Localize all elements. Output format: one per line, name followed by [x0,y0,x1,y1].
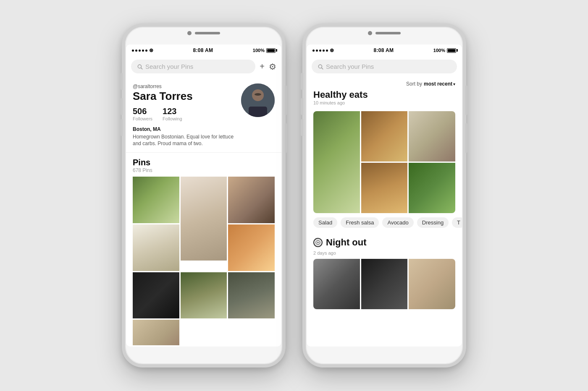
sort-chevron-icon[interactable]: ▾ [453,82,455,86]
board-name-night: Night out [326,237,367,248]
tags-row: Salad Fresh salsa Avocado Dressing T [307,213,462,232]
board-name-healthy: Healthy eats [313,89,455,100]
status-left: ⊛ [132,47,153,53]
search-input-left[interactable]: Search your Pins [131,60,255,73]
battery-icon-left [266,48,276,53]
mosaic-tacos-top[interactable] [361,111,408,162]
following-count: 123 [163,107,182,116]
pin-cell-1[interactable] [133,177,179,223]
right-camera-area [368,31,401,35]
left-screen: ⊛ 8:08 AM 100% Search your Pins + ⚙ [126,44,281,347]
pins-grid [133,177,275,345]
board-mosaic-night [313,259,455,309]
battery-icon-right [447,48,456,53]
display-name: Sara Torres [133,90,241,102]
signal-dots-right [312,50,328,52]
avatar-image [241,83,275,117]
board-icon-night [313,238,323,247]
tag-dressing[interactable]: Dressing [417,217,449,228]
right-screen: ⊛ 8:08 AM 100% Search your Pins [307,44,462,347]
search-icon-left [137,64,143,70]
mosaic-main-salad[interactable] [313,111,360,213]
followers-count: 506 [133,107,152,116]
followers-stat: 506 Followers [133,107,152,121]
board-header-night: Night out [307,235,462,250]
status-left-right: ⊛ [312,47,334,53]
signal-dots [132,50,147,52]
tag-fresh-salsa[interactable]: Fresh salsa [341,217,379,228]
pin-cell-6[interactable] [133,272,179,319]
pin-cell-8[interactable] [228,272,275,319]
pins-count: 678 Pins [133,167,275,173]
search-bar-right: Search your Pins [307,56,462,77]
profile-info: @saraltorres Sara Torres 506 Followers 1… [133,83,241,152]
board-header-healthy: Sort by most recent ▾ Healthy eats 10 mi… [307,77,462,111]
search-bar-left: Search your Pins + ⚙ [126,56,281,77]
left-phone: ⊛ 8:08 AM 100% Search your Pins + ⚙ [122,23,286,368]
svg-marker-9 [318,242,319,243]
search-placeholder-left: Search your Pins [145,63,193,70]
search-placeholder-right: Search your Pins [326,63,374,70]
profile-section: @saraltorres Sara Torres 506 Followers 1… [126,77,281,153]
left-camera-area [187,31,220,35]
tag-t[interactable]: T [452,217,462,228]
followers-label: Followers [133,116,152,121]
right-phone: ⊛ 8:08 AM 100% Search your Pins [302,23,466,368]
stats-row: 506 Followers 123 Following [133,107,241,121]
pin-cell-4[interactable] [133,224,179,271]
status-time-right: 8:08 AM [374,47,394,53]
right-screen-content: Sort by most recent ▾ Healthy eats 10 mi… [307,77,462,345]
svg-line-7 [322,68,323,69]
tag-salad[interactable]: Salad [313,217,337,228]
pin-cell-3[interactable] [228,177,275,223]
status-bar-right: ⊛ 8:08 AM 100% [307,44,462,56]
battery-percent-right: 100% [433,48,445,53]
pin-cell-5[interactable] [228,224,275,271]
wifi-icon: ⊛ [149,47,153,53]
pins-heading: Pins [133,158,275,167]
settings-button-left[interactable]: ⚙ [269,62,276,72]
profile-header: @saraltorres Sara Torres 506 Followers 1… [133,83,275,152]
board-time-night: 2 days ago [307,250,462,255]
board-section-night: Night out 2 days ago [307,232,462,309]
board-mosaic-healthy [313,111,455,213]
add-button-left[interactable]: + [260,62,265,71]
pin-cell-9[interactable] [133,320,179,345]
wifi-icon-right: ⊛ [330,47,334,53]
right-camera-dot [368,31,372,35]
night-leather-cell[interactable] [361,259,408,309]
left-screen-content: @saraltorres Sara Torres 506 Followers 1… [126,77,281,345]
pin-cell-7[interactable] [181,272,227,319]
following-label: Following [163,116,182,121]
svg-rect-4 [249,107,267,117]
speaker-bar [195,32,220,34]
sort-row: Sort by most recent ▾ [313,81,455,87]
search-input-right[interactable]: Search your Pins [312,60,457,73]
battery-percent-left: 100% [253,48,265,53]
sort-value[interactable]: most recent [424,81,452,87]
mosaic-sprouts[interactable] [409,163,455,213]
night-legs-cell[interactable] [409,259,455,309]
pin-cell-2[interactable] [181,177,227,261]
profile-bio: Boston, MA Homegrown Bostonian. Equal lo… [133,126,241,148]
svg-line-1 [141,68,142,69]
board-time-healthy: 10 minutes ago [313,100,455,105]
bio-location: Boston, MA [133,126,241,132]
status-time-left: 8:08 AM [193,47,213,53]
mosaic-tacos-btm[interactable] [361,163,408,213]
sort-label: Sort by [406,81,422,87]
right-speaker-bar [375,32,401,34]
camera-dot [187,31,192,35]
status-bar-left: ⊛ 8:08 AM 100% [126,44,281,56]
status-right-right: 100% [433,48,456,53]
svg-point-5 [255,93,261,96]
username: @saraltorres [133,83,241,89]
mosaic-bowl-top[interactable] [409,111,455,162]
status-right-left: 100% [253,48,276,53]
tag-avocado[interactable]: Avocado [382,217,413,228]
search-icon-right [318,64,323,70]
night-hair-cell[interactable] [313,259,360,309]
following-stat: 123 Following [163,107,182,121]
bio-text: Homegrown Bostonian. Equal love for lett… [133,133,241,148]
pins-section: Pins 678 Pins [126,153,281,345]
